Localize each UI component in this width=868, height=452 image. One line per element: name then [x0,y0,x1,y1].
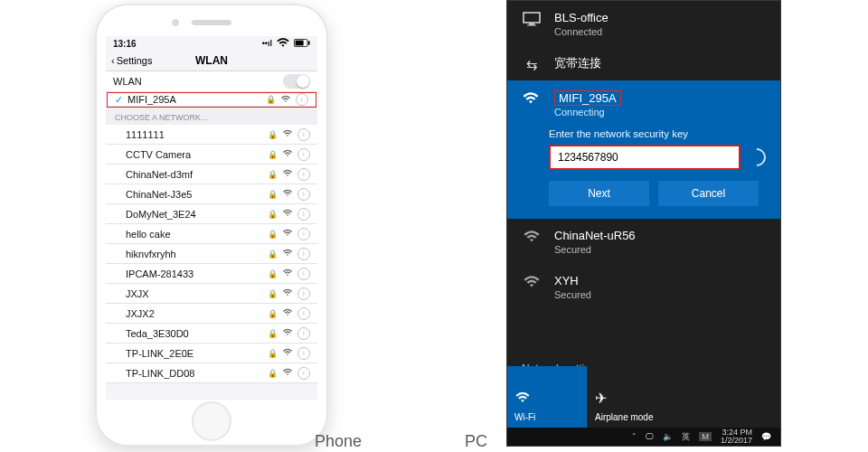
tray-up-icon[interactable]: ˄ [632,432,637,441]
network-name: ChinaNet-d3mf [126,169,268,180]
info-icon[interactable]: i [297,228,310,240]
network-row[interactable]: JXJX🔒i [106,284,317,304]
svg-rect-4 [529,24,534,25]
phone-camera-dot [172,19,179,26]
wlan-toggle-row[interactable]: WLAN [106,71,317,92]
info-icon[interactable]: i [297,268,310,280]
cancel-button[interactable]: Cancel [658,181,759,206]
info-icon[interactable]: i [297,168,310,181]
wifi-icon [282,169,293,179]
connected-network-row[interactable]: ✓ MIFI_295A 🔒 i [108,93,316,107]
info-icon[interactable]: i [297,248,310,260]
info-icon[interactable]: i [297,188,310,201]
network-name: hiknvfxryhh [126,249,268,259]
tray-ime2[interactable]: M [699,432,712,441]
svg-rect-3 [524,13,540,23]
connected-network-name: MIFI_295A [127,94,266,105]
lock-icon: 🔒 [268,329,278,338]
info-icon[interactable]: i [297,347,310,360]
quick-action-tiles: Wi-Fi ✈ Airplane mode [507,366,667,428]
info-icon[interactable]: i [297,208,310,221]
phone-speaker [192,20,231,25]
info-icon[interactable]: i [297,287,310,300]
home-button[interactable] [192,401,231,441]
network-row[interactable]: hiknvfxryhh🔒i [106,244,317,264]
security-key-input[interactable] [549,145,741,170]
back-label: Settings [117,55,153,66]
info-icon[interactable]: i [297,367,310,380]
network-row[interactable]: Teda_3E30D0🔒i [106,324,317,344]
next-button[interactable]: Next [549,181,649,206]
network-row[interactable]: IPCAM-281433🔒i [106,264,317,284]
network-status: Secured [554,288,591,302]
connected-network-highlight: ✓ MIFI_295A 🔒 i [107,92,316,108]
network-name: XYH [554,273,591,288]
tray-ime1[interactable]: 英 [682,431,690,443]
info-icon[interactable]: i [296,93,308,106]
info-icon[interactable]: i [297,307,310,320]
network-status: Connected [554,25,609,39]
network-row[interactable]: ChinaNet-d3mf🔒i [106,165,317,184]
network-name: ChinaNet-uR56 [554,228,636,243]
pc-below-networks: ChinaNet-uR56SecuredXYHSecured [507,219,780,309]
wifi-icon [282,129,293,139]
network-type-icon: ⇆ [522,55,542,73]
network-row[interactable]: TP-LINK_DD08🔒i [106,363,317,383]
network-status-icons: 🔒i [268,188,310,201]
lock-icon: 🔒 [268,230,278,239]
network-name: 1111111 [126,129,268,140]
lock-icon: 🔒 [268,150,278,159]
tray-date: 1/2/2017 [721,437,752,445]
lock-icon: 🔒 [268,289,278,298]
wifi-icon [282,229,293,239]
available-networks-list: 1111111🔒iCCTV Camera🔒iChinaNet-d3mf🔒iChi… [106,125,317,383]
pc-network-row[interactable]: ChinaNet-uR56Secured [507,219,780,264]
info-icon[interactable]: i [297,128,310,141]
wifi-icon [282,288,293,298]
ios-status-bar: 13:16 ••ıl [106,36,317,51]
wlan-toggle[interactable] [283,74,310,89]
network-status-icons: 🔒i [268,128,310,141]
info-icon[interactable]: i [297,327,310,340]
lock-icon: 🔒 [268,170,278,179]
reveal-password-icon[interactable] [744,145,769,170]
network-row[interactable]: ChinaNet-J3e5🔒i [106,184,317,204]
pc-top-networks: BLS-officeConnected⇆宽带连接 [507,1,780,80]
active-network-name: MIFI_295A [559,91,617,105]
pc-caption: PC [465,432,487,451]
tray-clock[interactable]: 3:24 PM 1/2/2017 [721,428,752,445]
checkmark-icon: ✓ [115,94,123,106]
phone-caption: Phone [315,432,362,451]
active-network-highlight: MIFI_295A [554,90,621,106]
back-button[interactable]: ‹ Settings [111,55,152,66]
status-right-icons: ••ıl [262,37,310,50]
network-row[interactable]: 1111111🔒i [106,125,317,145]
windows-taskbar: ˄ 🖵 🔈 英 M 3:24 PM 1/2/2017 💬 [507,428,780,446]
network-row[interactable]: JXJX2🔒i [106,304,317,324]
pc-network-row[interactable]: XYHSecured [507,264,780,309]
airplane-tile[interactable]: ✈ Airplane mode [587,366,667,428]
tray-notification-icon[interactable]: 💬 [761,432,771,441]
network-row[interactable]: TP-LINK_2E0E🔒i [106,344,317,363]
tray-monitor-icon[interactable]: 🖵 [646,432,654,441]
svg-rect-2 [308,41,310,44]
network-status-icons: 🔒i [268,268,310,280]
pc-network-row[interactable]: ⇆宽带连接 [507,46,780,80]
wifi-tile[interactable]: Wi-Fi [507,366,587,428]
wifi-icon [514,391,531,407]
network-row[interactable]: DoMyNet_3E24🔒i [106,204,317,224]
network-row[interactable]: hello cake🔒i [106,224,317,244]
network-name: hello cake [126,229,268,240]
network-status-icons: 🔒i [268,307,310,320]
wifi-icon [522,273,542,288]
info-icon[interactable]: i [297,148,310,161]
network-status-icons: 🔒i [268,248,310,260]
wifi-icon [282,209,293,219]
pc-network-row[interactable]: BLS-officeConnected [507,1,780,46]
page-title: WLAN [195,54,228,67]
network-row[interactable]: CCTV Camera🔒i [106,145,317,165]
lock-icon: 🔒 [268,369,278,378]
network-status-icons: 🔒 i [266,93,308,106]
tray-volume-icon[interactable]: 🔈 [663,432,673,441]
connecting-network-panel: MIFI_295A Connecting Enter the network s… [507,80,780,219]
